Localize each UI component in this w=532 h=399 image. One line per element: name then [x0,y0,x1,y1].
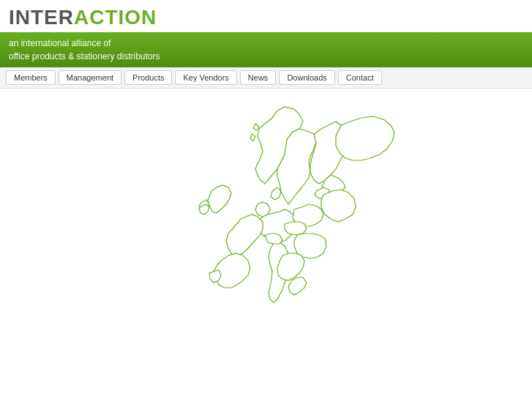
nav-key-vendors[interactable]: Key Vendors [175,70,236,85]
map-container [0,89,532,399]
nav-downloads[interactable]: Downloads [279,70,334,85]
logo: INTERACTION [9,6,523,29]
logo-action: ACTION [74,6,157,29]
header: INTERACTION [0,0,532,32]
tagline-line1: an international alliance of [9,37,523,50]
nav-news[interactable]: News [240,70,277,85]
tagline-bar: an international alliance of office prod… [0,32,532,67]
nav-management[interactable]: Management [59,70,121,85]
nav-bar: MembersManagementProductsKey VendorsNews… [0,67,532,89]
nav-members[interactable]: Members [6,70,56,85]
nav-contact[interactable]: Contact [338,70,382,85]
logo-inter: INTER [9,6,74,29]
europe-map [61,96,471,396]
tagline-line2: office products & stationery distributor… [9,50,523,63]
nav-products[interactable]: Products [124,70,172,85]
